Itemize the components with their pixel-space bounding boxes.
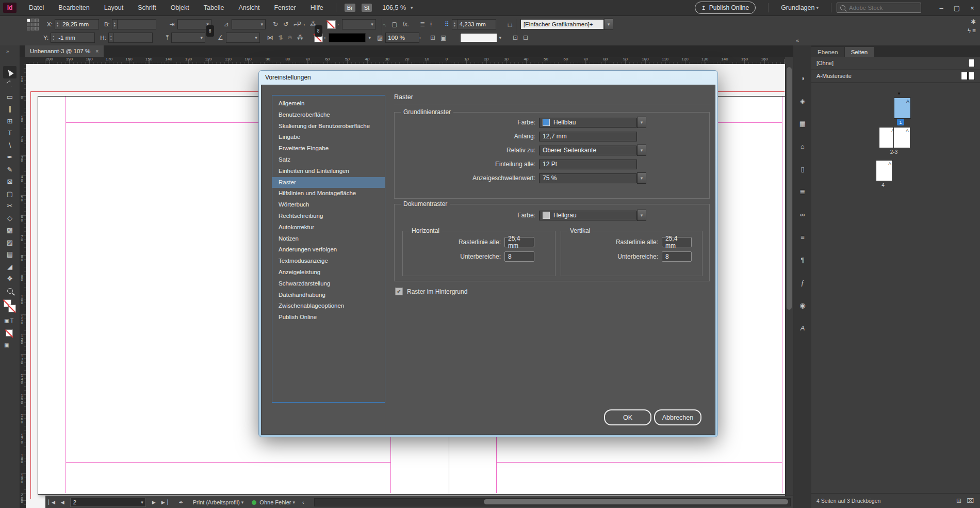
opac-flyout-icon[interactable]: › — [419, 36, 421, 40]
y-position-field[interactable]: ▴▾ — [51, 33, 95, 43]
pref-section-5[interactable]: Satz — [272, 154, 385, 166]
drop-shadow-icon[interactable]: ▢ — [391, 21, 397, 28]
select-container-icon[interactable]: ⌐P¬ — [293, 21, 305, 28]
new-spread-icon[interactable]: ⊞ — [956, 497, 961, 504]
schwellenwert-combo[interactable]: 75 % — [539, 173, 637, 183]
align-center-icon[interactable]: ⊟ — [523, 34, 528, 41]
swatch-flyout-icon[interactable]: › — [337, 22, 339, 27]
cancel-button[interactable]: Abbrechen — [654, 409, 701, 425]
v-rasterlinie-field[interactable]: 25,4 mm — [662, 237, 692, 247]
pref-section-2[interactable]: Skalierung der Benutzeroberfläche — [272, 121, 385, 132]
color-panel-icon[interactable]: ◑ — [793, 71, 812, 85]
pref-section-6[interactable]: Einheiten und Einteilungen — [272, 166, 385, 177]
rotate-ccw-icon[interactable]: ↺ — [283, 21, 288, 28]
content-collector-tool[interactable]: ⊞ — [3, 115, 17, 127]
cc-libraries-panel-icon[interactable]: ⌂ — [793, 139, 812, 153]
gradient-feather-tool[interactable]: ▨ — [3, 236, 17, 248]
preflight-icon[interactable]: ✒ — [179, 499, 184, 506]
flip-vertical-icon[interactable]: ⤒ — [166, 34, 169, 41]
horizontal-ruler[interactable]: 2001901801701601501401301201101009080706… — [26, 57, 785, 65]
pref-section-0[interactable]: Allgemein — [272, 98, 385, 109]
menu-bearbeiten[interactable]: Bearbeiten — [51, 0, 96, 15]
grids-in-back-checkbox[interactable]: ✔ Raster im Hintergrund — [395, 288, 467, 295]
preflight-status[interactable]: Ohne Fehler ▾ — [252, 499, 295, 505]
control-menu-icon[interactable]: ≡ — [972, 27, 976, 34]
menu-objekt[interactable]: Objekt — [164, 0, 197, 15]
shear-icon[interactable]: ⊿ — [224, 21, 229, 28]
pref-section-14[interactable]: Textmodusanzeige — [272, 256, 385, 267]
workspace-switcher[interactable]: Grundlagen ▾ — [781, 4, 819, 11]
zoom-level-value[interactable]: 106,5 % — [382, 4, 406, 11]
close-tab-icon[interactable]: × — [95, 49, 99, 54]
align-left-icon[interactable]: ⊡ — [513, 34, 518, 41]
page-thumbnail-3[interactable]: A — [893, 127, 910, 148]
publish-online-button[interactable]: ↥ Publish Online — [695, 2, 756, 14]
previous-page-button[interactable]: ◀ — [61, 500, 64, 505]
minimize-button[interactable]: – — [934, 4, 949, 12]
flip-horizontal-icon[interactable]: ⇥ — [170, 21, 175, 28]
pref-section-16[interactable]: Schwarzdarstellung — [272, 278, 385, 290]
chevron-down-icon[interactable]: ▾ — [368, 35, 371, 40]
direct-selection-tool[interactable] — [3, 78, 17, 91]
first-page-button[interactable]: ▏◀ — [48, 500, 55, 505]
master-row-none[interactable]: [Ohne] — [811, 57, 980, 70]
vertical-scrollbar[interactable] — [785, 64, 793, 496]
zoom-tool[interactable] — [3, 284, 17, 297]
einteilung-field[interactable]: 12 Pt — [539, 160, 637, 169]
pref-section-7[interactable]: Raster — [272, 177, 385, 188]
type-tool[interactable]: T — [3, 127, 17, 139]
document-grid-color-combo[interactable]: Hellgrau — [539, 211, 637, 220]
tint-combo[interactable]: ▾ — [342, 19, 376, 29]
dialog-title[interactable]: Voreinstellungen — [259, 71, 717, 85]
menu-datei[interactable]: Datei — [22, 0, 51, 15]
text-frame-icon[interactable]: ⦙ — [430, 21, 432, 28]
vertical-scrollbar-thumb[interactable] — [787, 67, 792, 310]
restore-button[interactable]: ▢ — [949, 4, 965, 12]
tab-seiten[interactable]: Seiten — [845, 47, 874, 57]
swatch-flyout2-icon[interactable]: › — [324, 36, 326, 40]
pages-panel-icon[interactable]: ▯ — [793, 162, 812, 176]
wrap-none-icon[interactable]: ⊞ — [430, 34, 435, 41]
opacity-field[interactable] — [385, 33, 419, 43]
menu-hilfe[interactable]: Hilfe — [303, 0, 331, 15]
relativ-zu-arrow[interactable]: ▾ — [637, 145, 646, 156]
layers-panel-icon[interactable]: ≣ — [793, 185, 812, 198]
stroke-weight-combo[interactable] — [329, 33, 366, 42]
page-number-field[interactable]: ▾ — [70, 498, 146, 507]
pencil-tool[interactable]: ✎ — [3, 163, 17, 176]
anfang-field[interactable]: 12,7 mm — [539, 132, 637, 141]
pref-section-1[interactable]: Benutzeroberfläche — [272, 109, 385, 121]
flip-h-icon[interactable]: ⋈ — [267, 34, 273, 41]
fill-stroke-swatches[interactable] — [4, 299, 16, 313]
preview-swatch-combo[interactable] — [460, 33, 497, 42]
tab-ebenen[interactable]: Ebenen — [811, 47, 844, 57]
corner-options-icon[interactable]: ▫. — [383, 22, 386, 27]
document-grid-color-arrow[interactable]: ▾ — [637, 210, 646, 221]
pref-section-13[interactable]: Änderungen verfolgen — [272, 244, 385, 256]
wrap-around-icon[interactable]: ▣ — [440, 34, 446, 41]
stroke-panel-icon[interactable]: ≡ — [793, 230, 812, 244]
reference-point-grid[interactable] — [27, 19, 39, 30]
rectangle-tool[interactable]: ▢ — [3, 187, 17, 200]
pen-tool[interactable]: ✒ — [3, 151, 17, 164]
line-tool[interactable]: ∖ — [3, 139, 17, 151]
scissors-tool[interactable]: ✂ — [3, 200, 17, 212]
width-field[interactable]: ▴▾ — [112, 19, 156, 29]
pref-section-19[interactable]: Publish Online — [272, 312, 385, 323]
v-unterbereiche-field[interactable]: 8 — [662, 251, 692, 262]
gradient-panel-icon[interactable]: ◈ — [793, 94, 812, 107]
rotation-angle-icon[interactable]: ∠ — [218, 34, 223, 41]
hand-tool[interactable]: ❖ — [3, 273, 17, 285]
master-row-a[interactable]: A-Musterseite — [811, 70, 980, 83]
gap-tool[interactable]: ∥ — [3, 103, 17, 115]
gradient-tool[interactable]: ▩ — [3, 224, 17, 236]
eyedropper-tool[interactable]: ◢ — [3, 260, 17, 273]
rotation-combo[interactable]: ▾ — [226, 33, 260, 43]
hierarchy2-icon[interactable]: ⁂ — [297, 34, 303, 41]
link-dimensions-icon[interactable]: ∞ — [206, 25, 214, 37]
chevron-down-icon[interactable]: ▾ — [499, 35, 501, 40]
baseline-color-arrow[interactable]: ▾ — [637, 117, 646, 128]
pref-section-12[interactable]: Notizen — [272, 233, 385, 245]
shear-combo[interactable]: ▾ — [232, 19, 266, 29]
adobe-stock-search[interactable] — [837, 3, 921, 13]
